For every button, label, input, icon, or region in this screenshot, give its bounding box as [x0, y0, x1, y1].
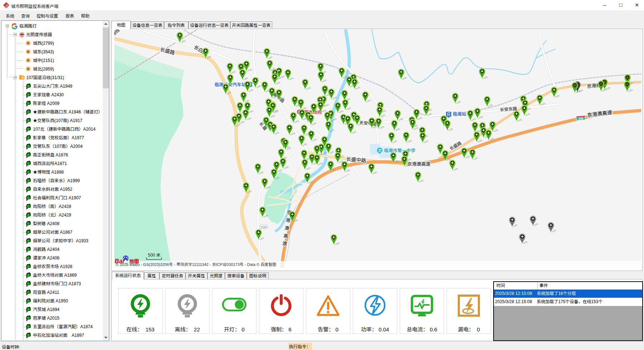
svg-text:地图: 地图 — [129, 259, 139, 264]
svg-text:京港澳高速: 京港澳高速 — [407, 161, 431, 167]
svg-text:G4: G4 — [578, 117, 583, 121]
svg-text:500 米: 500 米 — [148, 253, 160, 258]
svg-text:文: 文 — [378, 149, 382, 152]
svg-text:速: 速 — [282, 240, 288, 247]
svg-text:临湘站: 临湘站 — [453, 111, 466, 117]
svg-text:高: 高 — [283, 233, 289, 239]
svg-text:临湘市第一中学: 临湘市第一中学 — [384, 148, 415, 153]
svg-text:© 2025 Baidu - GS(2023)3206号 -: © 2025 Baidu - GS(2023)3206号 - 甲测资字11111… — [116, 262, 276, 267]
svg-text:X089: X089 — [261, 225, 267, 229]
svg-text:澳: 澳 — [284, 225, 290, 231]
